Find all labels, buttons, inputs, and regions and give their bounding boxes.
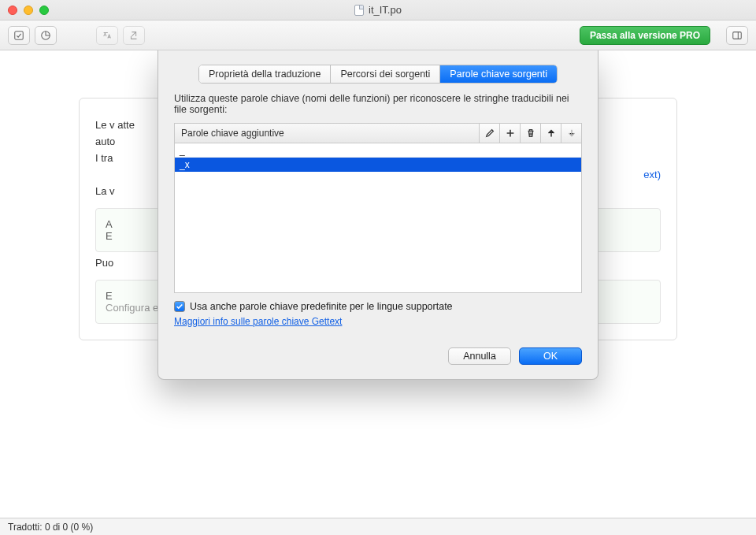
gettext-help-row: Maggiori info sulle parole chiave Gettex… (174, 315, 582, 327)
toolbar-group-mid (96, 26, 145, 45)
sheet-instruction: Utilizza queste parole chiave (nomi dell… (174, 93, 582, 115)
tab-source-paths[interactable]: Percorsi dei sorgenti (331, 65, 440, 83)
svg-rect-0 (15, 31, 24, 39)
stats-button[interactable] (35, 26, 57, 45)
keyword-header-actions (479, 124, 581, 143)
arrow-up-icon (546, 128, 557, 139)
checkbox-icon (13, 30, 24, 41)
properties-sheet: Proprietà della traduzione Percorsi dei … (158, 50, 598, 380)
keyword-row[interactable]: _ (175, 143, 581, 158)
window-title: it_IT.po (0, 4, 756, 16)
default-keywords-label: Usa anche parole chiave predefinite per … (190, 301, 453, 312)
titlebar: it_IT.po (0, 0, 756, 20)
upgrade-pro-button[interactable]: Passa alla versione PRO (580, 26, 710, 45)
pencil-icon (484, 128, 495, 139)
add-keyword-button[interactable] (499, 124, 520, 143)
default-keywords-checkbox[interactable] (174, 301, 185, 312)
trash-icon (525, 128, 536, 139)
tab-source-keywords[interactable]: Parole chiave sorgenti (440, 65, 557, 83)
status-bar: Tradotti: 0 di 0 (0 %) (0, 518, 756, 535)
move-up-button[interactable] (540, 124, 561, 143)
main-area: Le v atte auto I tra ext) (0, 50, 756, 518)
sidebar-icon (732, 30, 743, 41)
cancel-button[interactable]: Annulla (448, 347, 511, 365)
window-title-text: it_IT.po (369, 4, 402, 16)
gettext-help-link[interactable]: Maggiori info sulle parole chiave Gettex… (174, 316, 342, 327)
sheet-tabs: Proprietà della traduzione Percorsi dei … (174, 65, 582, 84)
sidebar-toggle-button[interactable] (726, 26, 748, 45)
toolbar: Passa alla versione PRO (0, 20, 756, 50)
translate-button[interactable] (96, 26, 118, 45)
language-icon (102, 30, 113, 41)
toolbar-group-left (8, 26, 57, 45)
keyword-header-label: Parole chiave aggiuntive (175, 128, 479, 139)
piechart-icon (40, 30, 51, 41)
upgrade-pro-label: Passa alla versione PRO (590, 30, 700, 41)
plus-icon (505, 128, 516, 139)
delete-keyword-button[interactable] (520, 124, 540, 143)
svg-rect-2 (733, 32, 742, 39)
sheet-buttons: Annulla OK (174, 347, 582, 365)
document-icon (354, 5, 364, 16)
sheet-tab-segment: Proprietà della traduzione Percorsi dei … (198, 65, 558, 84)
edit-keyword-button[interactable] (479, 124, 499, 143)
export-icon (128, 30, 139, 41)
tab-translation-properties[interactable]: Proprietà della traduzione (199, 65, 331, 83)
arrow-down-icon (566, 128, 577, 139)
default-keywords-row: Usa anche parole chiave predefinite per … (174, 301, 582, 312)
keyword-row[interactable]: _x (175, 158, 581, 172)
ok-button[interactable]: OK (519, 347, 582, 365)
keyword-list[interactable]: __x (174, 143, 582, 293)
validate-button[interactable] (8, 26, 30, 45)
export-button[interactable] (123, 26, 145, 45)
status-text: Tradotti: 0 di 0 (0 %) (8, 522, 93, 533)
keyword-list-header: Parole chiave aggiuntive (174, 123, 582, 143)
move-down-button[interactable] (561, 124, 581, 143)
